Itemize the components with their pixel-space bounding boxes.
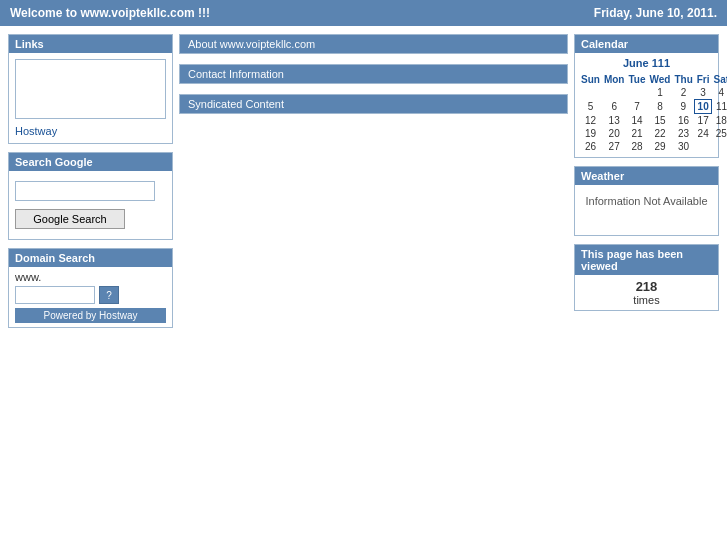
calendar-day: 8: [647, 100, 672, 114]
calendar-day: 25: [712, 127, 727, 140]
calendar-days-row: Sun Mon Tue Wed Thu Fri Sat: [579, 73, 727, 86]
calendar-day: 15: [647, 114, 672, 128]
cal-day-tue: Tue: [626, 73, 647, 86]
calendar-day: 24: [695, 127, 712, 140]
calendar-week-row: 567891011: [579, 100, 727, 114]
calendar-day: 22: [647, 127, 672, 140]
calendar-day: 27: [602, 140, 627, 153]
contact-header: Contact Information: [179, 64, 568, 84]
calendar-day: 19: [579, 127, 602, 140]
cal-day-sat: Sat: [712, 73, 727, 86]
welcome-text: Welcome to www.voiptekllc.com !!!: [10, 6, 210, 20]
calendar-day: [579, 86, 602, 100]
calendar-day: 29: [647, 140, 672, 153]
weather-message: Information Not Available: [585, 195, 707, 207]
views-header: This page has been viewed: [575, 245, 718, 275]
links-header: Links: [9, 35, 172, 53]
domain-body: www. ? Powered by Hostway: [9, 267, 172, 327]
search-body: Google Search: [9, 171, 172, 239]
calendar-day: 18: [712, 114, 727, 128]
calendar-body: June 111 Sun Mon Tue Wed Thu Fri Sat: [575, 53, 718, 157]
cal-day-sun: Sun: [579, 73, 602, 86]
syndicated-section: Syndicated Content: [179, 94, 568, 118]
domain-go-button[interactable]: ?: [99, 286, 119, 304]
calendar-day: 7: [626, 100, 647, 114]
google-search-button[interactable]: Google Search: [15, 209, 125, 229]
calendar-day: [626, 86, 647, 100]
views-panel: This page has been viewed 218 times: [574, 244, 719, 311]
calendar-table: Sun Mon Tue Wed Thu Fri Sat 123456789101…: [579, 73, 727, 153]
cal-day-fri: Fri: [695, 73, 712, 86]
weather-header: Weather: [575, 167, 718, 185]
calendar-day: 11: [712, 100, 727, 114]
calendar-day: 13: [602, 114, 627, 128]
calendar-day: 9: [672, 100, 694, 114]
calendar-day: 2: [672, 86, 694, 100]
syndicated-header: Syndicated Content: [179, 94, 568, 114]
domain-input[interactable]: [15, 286, 95, 304]
calendar-body-rows: 1234567891011121314151617181920212223242…: [579, 86, 727, 153]
date-text: Friday, June 10, 2011.: [594, 6, 717, 20]
cal-day-thu: Thu: [672, 73, 694, 86]
left-column: Links Hostway Search Google Google Searc…: [8, 34, 173, 328]
weather-body: Information Not Available: [575, 185, 718, 235]
calendar-day: 16: [672, 114, 694, 128]
middle-column: About www.voiptekllc.com Contact Informa…: [179, 34, 568, 118]
calendar-day: 30: [672, 140, 694, 153]
hostway-link[interactable]: Hostway: [15, 125, 166, 137]
calendar-month-year: June 111: [579, 57, 714, 69]
about-section: About www.voiptekllc.com: [179, 34, 568, 58]
calendar-week-row: 1234: [579, 86, 727, 100]
links-panel: Links Hostway: [8, 34, 173, 144]
right-column: Calendar June 111 Sun Mon Tue Wed Thu Fr…: [574, 34, 719, 311]
domain-powered: Powered by Hostway: [15, 308, 166, 323]
views-body: 218 times: [575, 275, 718, 310]
weather-panel: Weather Information Not Available: [574, 166, 719, 236]
calendar-day: [712, 140, 727, 153]
header: Welcome to www.voiptekllc.com !!! Friday…: [0, 0, 727, 26]
calendar-day: 14: [626, 114, 647, 128]
calendar-day: 4: [712, 86, 727, 100]
calendar-week-row: 2627282930: [579, 140, 727, 153]
cal-day-wed: Wed: [647, 73, 672, 86]
links-inner: [15, 59, 166, 119]
calendar-day: 6: [602, 100, 627, 114]
calendar-day: 21: [626, 127, 647, 140]
calendar-day: 12: [579, 114, 602, 128]
search-header: Search Google: [9, 153, 172, 171]
calendar-day: [695, 140, 712, 153]
about-header: About www.voiptekllc.com: [179, 34, 568, 54]
calendar-day: 20: [602, 127, 627, 140]
views-count: 218: [579, 279, 714, 294]
domain-input-row: ?: [15, 286, 166, 304]
calendar-week-row: 19202122232425: [579, 127, 727, 140]
calendar-panel: Calendar June 111 Sun Mon Tue Wed Thu Fr…: [574, 34, 719, 158]
links-body: Hostway: [9, 53, 172, 143]
calendar-week-row: 12131415161718: [579, 114, 727, 128]
domain-prefix: www.: [15, 271, 166, 283]
calendar-day: 5: [579, 100, 602, 114]
contact-section: Contact Information: [179, 64, 568, 88]
search-google-panel: Search Google Google Search: [8, 152, 173, 240]
domain-search-panel: Domain Search www. ? Powered by Hostway: [8, 248, 173, 328]
calendar-header: Calendar: [575, 35, 718, 53]
google-search-input[interactable]: [15, 181, 155, 201]
calendar-day: 23: [672, 127, 694, 140]
calendar-day: 26: [579, 140, 602, 153]
calendar-day: 28: [626, 140, 647, 153]
calendar-day: 1: [647, 86, 672, 100]
calendar-day: 17: [695, 114, 712, 128]
calendar-day: 3: [695, 86, 712, 100]
main-layout: Links Hostway Search Google Google Searc…: [0, 26, 727, 336]
views-suffix: times: [579, 294, 714, 306]
calendar-day: [602, 86, 627, 100]
domain-header: Domain Search: [9, 249, 172, 267]
calendar-day: 10: [695, 100, 712, 114]
cal-day-mon: Mon: [602, 73, 627, 86]
